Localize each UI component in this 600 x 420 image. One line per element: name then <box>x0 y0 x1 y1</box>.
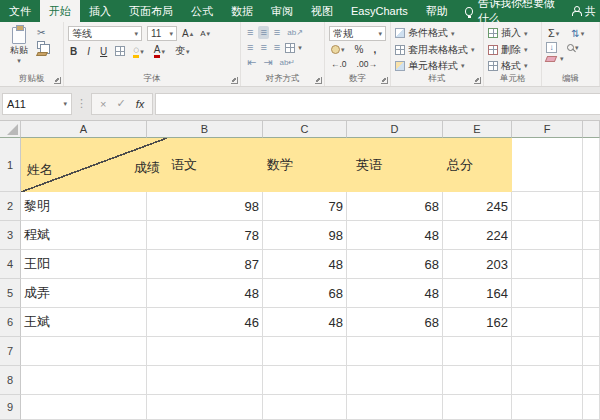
column-header-b[interactable]: B <box>147 121 263 138</box>
cell-f5[interactable] <box>512 279 583 308</box>
cell-e8[interactable] <box>443 366 512 395</box>
tab-file[interactable]: 文件 <box>0 0 40 22</box>
cell-g3[interactable] <box>583 221 600 250</box>
comma-style-button[interactable]: , <box>371 43 378 56</box>
cell-c4[interactable]: 48 <box>263 250 347 279</box>
cell-c8[interactable] <box>263 366 347 395</box>
increase-indent-button[interactable]: ⇥ <box>261 56 274 69</box>
tab-data[interactable]: 数据 <box>222 0 262 22</box>
column-header-c[interactable]: C <box>263 121 347 138</box>
cell-e6[interactable]: 162 <box>443 308 512 337</box>
fill-color-button[interactable]: ◌▾ <box>131 44 145 59</box>
cell-g2[interactable] <box>583 192 600 221</box>
tab-help[interactable]: 帮助 <box>417 0 457 22</box>
cell-f2[interactable] <box>512 192 583 221</box>
tell-me-box[interactable]: 告诉我你想要做什么 <box>457 0 571 22</box>
format-painter-icon[interactable] <box>36 52 48 56</box>
cell-b5[interactable]: 48 <box>147 279 263 308</box>
tab-page-layout[interactable]: 页面布局 <box>120 0 182 22</box>
cell-b9[interactable] <box>147 395 263 420</box>
cell-c5[interactable]: 68 <box>263 279 347 308</box>
name-box[interactable]: A11 ▾ <box>2 93 72 115</box>
cell-d3[interactable]: 48 <box>347 221 443 250</box>
cell-g9[interactable] <box>583 395 600 420</box>
cell-a6[interactable]: 王斌 <box>21 308 147 337</box>
align-right-button[interactable]: ≡ <box>272 41 282 54</box>
insert-cells-button[interactable]: 插入 ▾ <box>488 26 538 40</box>
cell-b3[interactable]: 78 <box>147 221 263 250</box>
copy-icon[interactable] <box>37 41 45 49</box>
accounting-format-button[interactable]: ▾ <box>329 44 347 55</box>
row-header-1[interactable]: 1 <box>0 138 21 192</box>
wrap-text-button[interactable]: ab↵ <box>277 58 297 68</box>
cell-b1[interactable]: 语文 <box>147 138 263 192</box>
cell-c7[interactable] <box>263 337 347 366</box>
find-select-button[interactable]: ▾ <box>565 43 581 52</box>
cell-d6[interactable]: 68 <box>347 308 443 337</box>
cell-d2[interactable]: 68 <box>347 192 443 221</box>
insert-function-icon[interactable]: fx <box>136 98 145 110</box>
column-header-d[interactable]: D <box>347 121 443 138</box>
row-header-2[interactable]: 2 <box>0 192 21 221</box>
dialog-launcher-icon[interactable] <box>381 77 388 84</box>
percent-style-button[interactable]: % <box>353 43 366 56</box>
column-header-partial[interactable] <box>583 121 600 138</box>
select-all-corner[interactable] <box>0 121 21 138</box>
cancel-icon[interactable]: × <box>100 98 106 110</box>
cell-g1[interactable] <box>583 138 600 192</box>
font-name-select[interactable]: 等线 ▾ <box>68 26 142 41</box>
autosum-button[interactable]: Σ▾ <box>546 26 561 40</box>
cell-e5[interactable]: 164 <box>443 279 512 308</box>
share-label[interactable]: 共 <box>585 4 596 19</box>
cell-c9[interactable] <box>263 395 347 420</box>
cell-a3[interactable]: 程斌 <box>21 221 147 250</box>
align-center-button[interactable]: ≡ <box>258 41 268 54</box>
cell-f1[interactable] <box>512 138 583 192</box>
number-format-select[interactable]: 常规 ▾ <box>329 26 386 41</box>
cell-d7[interactable] <box>347 337 443 366</box>
increase-decimal-button[interactable]: ←.0 <box>329 58 349 70</box>
cell-b4[interactable]: 87 <box>147 250 263 279</box>
align-left-button[interactable]: ≡ <box>245 41 255 54</box>
italic-button[interactable]: I <box>85 45 92 58</box>
tab-review[interactable]: 审阅 <box>262 0 302 22</box>
cell-a2[interactable]: 黎明 <box>21 192 147 221</box>
row-header-7[interactable]: 7 <box>0 337 21 366</box>
cell-e2[interactable]: 245 <box>443 192 512 221</box>
orientation-button[interactable]: ab↗ <box>285 28 305 38</box>
cell-e1[interactable]: 总分 <box>443 138 512 192</box>
more-dots-icon[interactable]: ⋮ <box>72 97 91 110</box>
cell-c2[interactable]: 79 <box>263 192 347 221</box>
cell-e4[interactable]: 203 <box>443 250 512 279</box>
paste-button[interactable]: 粘贴 ▾ <box>4 25 34 64</box>
merge-center-icon[interactable] <box>285 43 295 53</box>
column-header-f[interactable]: F <box>512 121 583 138</box>
cell-d8[interactable] <box>347 366 443 395</box>
cell-d1[interactable]: 英语 <box>347 138 443 192</box>
cut-icon[interactable]: ✂ <box>37 28 47 38</box>
format-cells-button[interactable]: 格式 ▾ <box>488 59 538 73</box>
cell-e9[interactable] <box>443 395 512 420</box>
cell-d4[interactable]: 68 <box>347 250 443 279</box>
cell-g8[interactable] <box>583 366 600 395</box>
cell-b7[interactable] <box>147 337 263 366</box>
conditional-formatting-button[interactable]: 条件格式 ▾ <box>395 26 480 40</box>
tab-view[interactable]: 视图 <box>302 0 342 22</box>
row-header-8[interactable]: 8 <box>0 366 21 395</box>
underline-button[interactable]: U <box>98 45 109 58</box>
grow-font-button[interactable]: A▴ <box>180 27 195 40</box>
cell-c1[interactable]: 数学 <box>263 138 347 192</box>
cell-f6[interactable] <box>512 308 583 337</box>
cell-g4[interactable] <box>583 250 600 279</box>
align-bottom-button[interactable]: ≡ <box>272 26 282 39</box>
delete-cells-button[interactable]: 删除 ▾ <box>488 43 538 57</box>
cell-b6[interactable]: 46 <box>147 308 263 337</box>
row-header-9[interactable]: 9 <box>0 395 21 420</box>
enter-check-icon[interactable]: ✓ <box>116 97 125 110</box>
sort-filter-button[interactable]: ⇅▾ <box>569 27 586 40</box>
cell-g5[interactable] <box>583 279 600 308</box>
dialog-launcher-icon[interactable] <box>231 77 238 84</box>
decrease-indent-button[interactable]: ⇤ <box>245 56 258 69</box>
borders-icon[interactable] <box>115 46 125 56</box>
cell-a8[interactable] <box>21 366 147 395</box>
